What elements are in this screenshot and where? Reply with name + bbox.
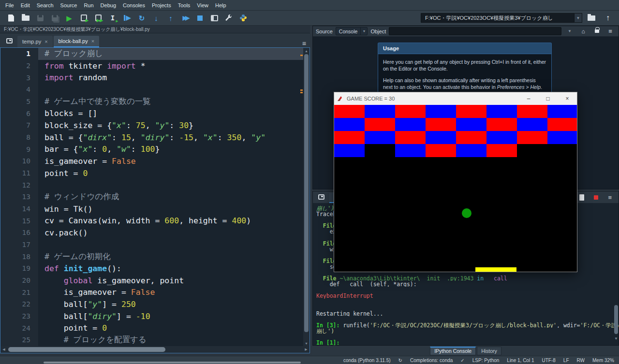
- game-block: [334, 144, 365, 157]
- code-line: [38, 84, 303, 96]
- run-icon[interactable]: ▶: [62, 12, 76, 24]
- lsp-status[interactable]: LSP: Python: [472, 358, 500, 363]
- browse-tabs-icon[interactable]: [3, 35, 15, 46]
- editor-vscroll-thumb[interactable]: [304, 54, 309, 332]
- game-block: [486, 131, 517, 144]
- inspect-icon[interactable]: [579, 194, 584, 201]
- game-block: [547, 105, 577, 118]
- tk-app-icon: [337, 96, 343, 102]
- menu-source[interactable]: Source: [57, 0, 81, 11]
- tab-ipython-console[interactable]: IPython Console: [430, 347, 476, 355]
- check-icon: ✓: [460, 358, 464, 363]
- game-window-titlebar[interactable]: GAME SCORE = 30 – □ ×: [334, 92, 577, 105]
- menu-projects[interactable]: Projects: [148, 0, 175, 11]
- object-history-dropdown-icon[interactable]: ▼: [564, 27, 575, 36]
- menu-consoles[interactable]: Consoles: [119, 0, 148, 11]
- editor-line: 17: [0, 239, 303, 251]
- code-line: ball = {"dirx": 15, "diry": -15, "x": 35…: [38, 131, 303, 144]
- maximize-pane-icon[interactable]: [207, 12, 221, 24]
- maximize-icon[interactable]: □: [538, 92, 558, 105]
- code-editor[interactable]: 1# ブロック崩し2from tkinter import *3import r…: [0, 47, 310, 353]
- step-into-icon[interactable]: ↓: [149, 12, 163, 24]
- step-return-icon[interactable]: ↑: [163, 12, 178, 24]
- editor-tab-temp.py[interactable]: temp.py×: [17, 36, 53, 47]
- home-icon[interactable]: ⌂: [578, 27, 589, 36]
- editor-options-menu-icon[interactable]: ≡: [302, 40, 306, 47]
- tab-history[interactable]: History: [477, 347, 501, 355]
- console-options-menu-icon[interactable]: ≡: [608, 194, 612, 201]
- lock-icon[interactable]: [591, 27, 602, 36]
- memory-status: Mem 32%: [592, 358, 614, 363]
- editor-line: 18# ゲームの初期化: [0, 250, 303, 262]
- completions-status[interactable]: Completions: conda: [410, 358, 453, 363]
- save-all-icon[interactable]: [47, 12, 62, 24]
- menu-help[interactable]: Help: [212, 0, 230, 11]
- stop-icon[interactable]: [192, 12, 207, 24]
- game-block: [486, 118, 517, 131]
- python-env-icon[interactable]: [236, 12, 251, 24]
- run-cell-icon[interactable]: ▶: [76, 12, 91, 24]
- line-number: 21: [0, 286, 38, 298]
- working-directory-input[interactable]: [421, 13, 575, 23]
- menu-search[interactable]: Search: [33, 0, 57, 11]
- editor-hscroll-thumb[interactable]: [8, 347, 165, 352]
- editor-tab-block-ball.py[interactable]: block-ball.py×: [54, 36, 100, 47]
- save-icon[interactable]: [33, 12, 47, 24]
- console-line: In [3]: runfile('F:/OC・学説/OC/2023OC/模擬授業…: [316, 322, 619, 328]
- menu-edit[interactable]: Edit: [17, 0, 33, 11]
- open-file-icon[interactable]: [18, 12, 33, 24]
- tab-close-icon[interactable]: ×: [44, 39, 47, 44]
- cursor-position-status: Line 1, Col 1: [507, 358, 534, 363]
- tab-label: temp.py: [22, 39, 41, 44]
- editor-vertical-scrollbar[interactable]: ▲ ▼: [303, 48, 310, 346]
- object-input[interactable]: [389, 27, 561, 35]
- scroll-down-icon[interactable]: ▼: [303, 340, 310, 346]
- help-source-combo[interactable]: Console ▼: [336, 27, 368, 35]
- up-arrow-icon[interactable]: ↑: [601, 12, 615, 24]
- scroll-left-icon[interactable]: ◀: [0, 346, 7, 353]
- editor-text-area[interactable]: 1# ブロック崩し2from tkinter import *3import r…: [0, 48, 303, 346]
- console-line: File ~\anaconda3\Lib\tkinter\__init__.py…: [316, 275, 619, 281]
- usage-paragraph-2: Help can also be shown automatically aft…: [383, 77, 546, 90]
- debug-file-icon[interactable]: ▶: [120, 12, 134, 24]
- debug-continue-icon[interactable]: ↻: [134, 12, 149, 24]
- editor-line: 22 ball["y"] = 250: [0, 298, 303, 310]
- conda-env-status[interactable]: conda (Python 3.11.5): [343, 358, 391, 363]
- code-line: # ウィンドウの作成: [38, 191, 303, 203]
- code-line: from tkinter import *: [38, 60, 303, 72]
- editor-line: 12: [0, 179, 303, 191]
- menu-view[interactable]: View: [193, 0, 212, 11]
- run-cell-advance-icon[interactable]: ▶▶: [91, 12, 105, 24]
- preferences-wrench-icon[interactable]: [221, 12, 236, 24]
- menu-run[interactable]: Run: [80, 0, 97, 11]
- code-line: point = 0: [38, 167, 303, 179]
- line-number: 3: [0, 72, 38, 84]
- interrupt-kernel-icon[interactable]: [594, 195, 598, 200]
- console-scroll-down-icon[interactable]: ▼: [614, 336, 618, 341]
- editor-horizontal-scrollbar[interactable]: ◀ ▶: [0, 346, 310, 353]
- browse-consoles-icon[interactable]: [315, 191, 327, 203]
- line-number: 7: [0, 119, 38, 131]
- new-file-icon[interactable]: [4, 12, 18, 24]
- close-icon[interactable]: ×: [558, 92, 577, 105]
- fast-forward-icon[interactable]: ▶▶: [178, 12, 192, 24]
- line-number: 5: [0, 96, 38, 108]
- minimize-icon[interactable]: –: [519, 92, 538, 105]
- working-directory-dropdown-icon[interactable]: ▼: [575, 13, 582, 23]
- run-selection-icon[interactable]: I▶: [105, 12, 120, 24]
- help-options-menu-icon[interactable]: ≡: [605, 27, 616, 36]
- menu-tools[interactable]: Tools: [175, 0, 194, 11]
- menu-debug[interactable]: Debug: [97, 0, 119, 11]
- scroll-right-icon[interactable]: ▶: [303, 346, 310, 353]
- folder-open-icon[interactable]: [584, 12, 599, 24]
- tab-close-icon[interactable]: ×: [91, 38, 94, 44]
- line-number: 20: [0, 275, 38, 287]
- console-line: [316, 299, 619, 305]
- code-line: point = 0: [38, 322, 303, 334]
- console-scrollbar-thumb[interactable]: [614, 305, 618, 334]
- working-directory-combo: ▼: [421, 13, 582, 23]
- game-block: [547, 118, 577, 131]
- editor-line: 16cv.pack(): [0, 227, 303, 239]
- scroll-up-icon[interactable]: ▲: [303, 48, 310, 54]
- menu-file[interactable]: File: [2, 0, 17, 11]
